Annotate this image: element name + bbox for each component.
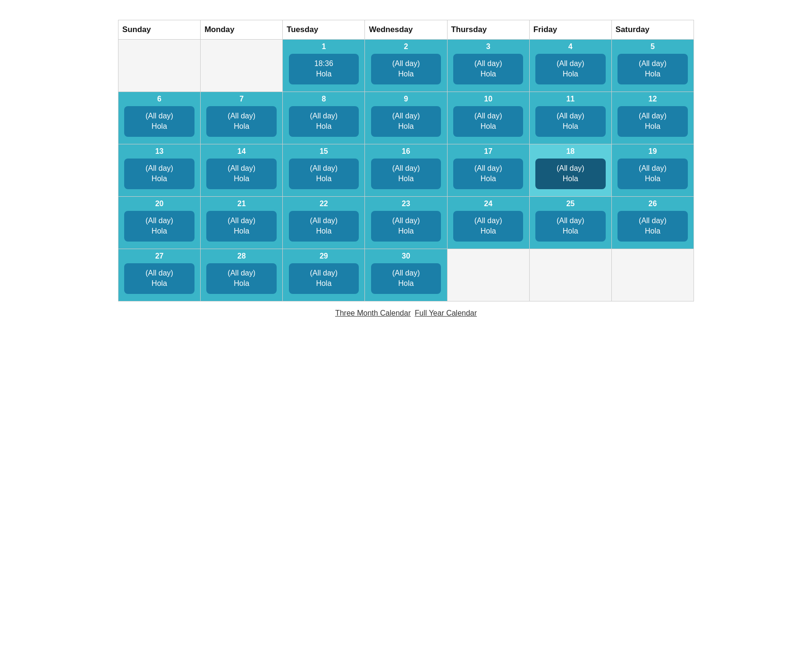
calendar-cell: 13(All day)Hola [118,144,201,197]
event-box[interactable]: (All day)Hola [535,159,606,189]
event-box[interactable]: (All day)Hola [617,54,688,84]
day-number: 7 [239,95,244,103]
calendar-cell: 5(All day)Hola [611,40,694,92]
day-number: 2 [404,42,408,51]
day-number: 6 [157,95,161,103]
calendar-cell: 26(All day)Hola [611,197,694,249]
calendar-cell: 118:36Hola [283,40,365,92]
calendar-cell [201,40,283,92]
calendar-cell: 18(All day)Hola [529,144,611,197]
weekday-header-wednesday: Wednesday [365,20,447,40]
calendar-cell: 21(All day)Hola [201,197,283,249]
event-box[interactable]: (All day)Hola [289,211,359,242]
event-box[interactable]: (All day)Hola [617,106,688,137]
calendar-cell: 16(All day)Hola [365,144,447,197]
event-box[interactable]: (All day)Hola [124,106,195,137]
day-number: 16 [402,147,410,156]
event-box[interactable]: (All day)Hola [289,263,359,294]
calendar-cell: 10(All day)Hola [447,92,529,144]
event-box[interactable]: (All day)Hola [206,159,277,189]
day-number: 11 [566,95,575,103]
event-box[interactable]: (All day)Hola [371,211,441,242]
calendar-cell: 27(All day)Hola [118,249,201,301]
day-number: 10 [484,95,492,103]
day-number: 20 [155,200,164,208]
weekday-header-monday: Monday [201,20,283,40]
event-box[interactable]: (All day)Hola [371,54,441,84]
event-box[interactable]: (All day)Hola [535,211,606,242]
day-number: 8 [321,95,326,103]
calendar-cell: 23(All day)Hola [365,197,447,249]
day-number: 1 [321,42,326,51]
event-box[interactable]: (All day)Hola [453,159,524,189]
calendar-table: SundayMondayTuesdayWednesdayThursdayFrid… [118,20,694,301]
day-number: 22 [320,200,328,208]
three-month-link[interactable]: Three Month Calendar [335,309,411,317]
calendar-cell: 19(All day)Hola [611,144,694,197]
day-number: 26 [649,200,657,208]
calendar-cell: 24(All day)Hola [447,197,529,249]
event-box[interactable]: (All day)Hola [453,211,524,242]
calendar-cell: 22(All day)Hola [283,197,365,249]
weekday-header-tuesday: Tuesday [283,20,365,40]
event-box[interactable]: (All day)Hola [124,263,195,294]
event-box[interactable]: (All day)Hola [206,211,277,242]
weekday-header-saturday: Saturday [611,20,694,40]
calendar-cell: 14(All day)Hola [201,144,283,197]
event-box[interactable]: (All day)Hola [289,159,359,189]
day-number: 25 [566,200,575,208]
event-box[interactable]: (All day)Hola [124,159,195,189]
calendar-cell: 7(All day)Hola [201,92,283,144]
day-number: 30 [402,252,410,260]
weekday-header-thursday: Thursday [447,20,529,40]
event-box[interactable]: (All day)Hola [371,263,441,294]
calendar-cell [118,40,201,92]
footer-links: Three Month Calendar Full Year Calendar [9,309,803,318]
calendar-cell: 30(All day)Hola [365,249,447,301]
calendar-cell: 20(All day)Hola [118,197,201,249]
event-box[interactable]: (All day)Hola [289,106,359,137]
event-box[interactable]: (All day)Hola [206,106,277,137]
event-box[interactable]: (All day)Hola [535,54,606,84]
event-box[interactable]: (All day)Hola [124,211,195,242]
calendar-cell: 25(All day)Hola [529,197,611,249]
event-box[interactable]: (All day)Hola [453,106,524,137]
calendar-cell: 8(All day)Hola [283,92,365,144]
day-number: 23 [402,200,410,208]
calendar-cell: 2(All day)Hola [365,40,447,92]
event-box[interactable]: (All day)Hola [535,106,606,137]
event-box[interactable]: (All day)Hola [453,54,524,84]
weekday-header-sunday: Sunday [118,20,201,40]
event-box[interactable]: (All day)Hola [617,211,688,242]
calendar-cell [447,249,529,301]
day-number: 29 [320,252,328,260]
calendar-cell [529,249,611,301]
calendar-cell: 11(All day)Hola [529,92,611,144]
day-number: 27 [155,252,164,260]
weekday-header-friday: Friday [529,20,611,40]
day-number: 18 [566,147,575,156]
day-number: 4 [568,42,573,51]
day-number: 14 [237,147,246,156]
event-box[interactable]: (All day)Hola [371,106,441,137]
calendar-cell: 12(All day)Hola [611,92,694,144]
day-number: 13 [155,147,164,156]
full-year-link[interactable]: Full Year Calendar [414,309,477,317]
calendar-cell: 17(All day)Hola [447,144,529,197]
day-number: 3 [486,42,491,51]
day-number: 24 [484,200,492,208]
day-number: 5 [651,42,655,51]
event-box[interactable]: (All day)Hola [617,159,688,189]
day-number: 28 [237,252,246,260]
day-number: 21 [237,200,246,208]
calendar-cell: 6(All day)Hola [118,92,201,144]
day-number: 19 [649,147,657,156]
calendar-cell: 4(All day)Hola [529,40,611,92]
calendar-cell: 15(All day)Hola [283,144,365,197]
event-box[interactable]: (All day)Hola [206,263,277,294]
calendar-cell [611,249,694,301]
calendar-cell: 29(All day)Hola [283,249,365,301]
event-box[interactable]: 18:36Hola [289,54,359,84]
event-box[interactable]: (All day)Hola [371,159,441,189]
day-number: 12 [649,95,657,103]
